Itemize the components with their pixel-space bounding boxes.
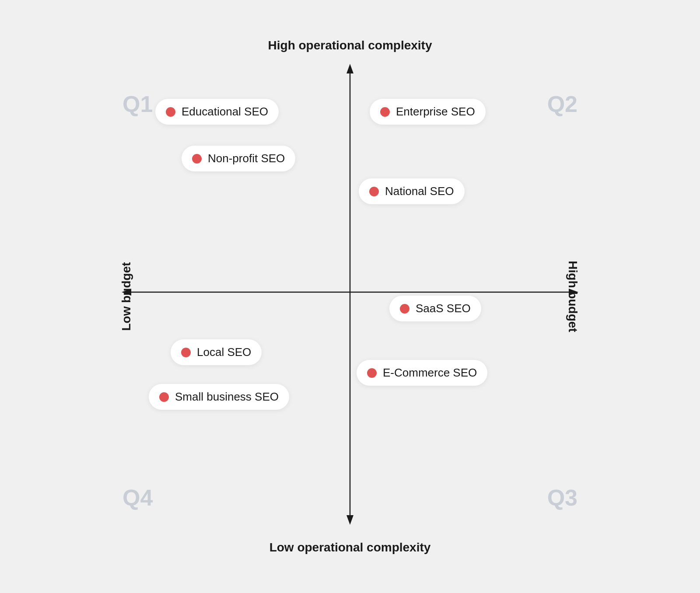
label-ecommerce-seo: E-Commerce SEO xyxy=(383,366,477,380)
dot-small-business-seo xyxy=(159,392,169,402)
pill-enterprise-seo: Enterprise SEO xyxy=(370,99,486,125)
pill-saas-seo: SaaS SEO xyxy=(389,296,481,321)
label-national-seo: National SEO xyxy=(385,185,454,198)
pill-local-seo: Local SEO xyxy=(171,339,262,365)
quadrant-q2-label: Q2 xyxy=(547,91,578,117)
quadrant-q1-label: Q1 xyxy=(122,91,153,117)
pill-non-profit-seo: Non-profit SEO xyxy=(182,146,295,171)
svg-marker-2 xyxy=(346,515,354,525)
dot-enterprise-seo xyxy=(380,107,390,117)
label-saas-seo: SaaS SEO xyxy=(416,302,471,315)
pill-educational-seo: Educational SEO xyxy=(155,99,279,125)
label-enterprise-seo: Enterprise SEO xyxy=(396,105,475,119)
pill-national-seo: National SEO xyxy=(359,178,465,204)
axis-right-label: High budget xyxy=(565,261,579,332)
dot-educational-seo xyxy=(166,107,175,117)
label-educational-seo: Educational SEO xyxy=(182,105,268,119)
dot-ecommerce-seo xyxy=(367,368,377,378)
label-local-seo: Local SEO xyxy=(197,345,251,359)
quadrant-q4-label: Q4 xyxy=(122,485,153,511)
dot-saas-seo xyxy=(400,304,410,314)
quadrant-q3-label: Q3 xyxy=(547,485,578,511)
chart-container: High operational complexity Low operatio… xyxy=(88,34,612,559)
label-small-business-seo: Small business SEO xyxy=(175,390,279,404)
svg-marker-1 xyxy=(346,64,354,73)
axis-bottom-label: Low operational complexity xyxy=(270,541,431,555)
dot-national-seo xyxy=(369,187,379,196)
label-non-profit-seo: Non-profit SEO xyxy=(208,152,285,165)
pill-ecommerce-seo: E-Commerce SEO xyxy=(357,360,487,386)
dot-non-profit-seo xyxy=(192,154,202,164)
axis-left-label: Low budget xyxy=(119,262,133,331)
dot-local-seo xyxy=(181,348,191,357)
axis-top-label: High operational complexity xyxy=(268,38,432,52)
pill-small-business-seo: Small business SEO xyxy=(149,384,289,410)
